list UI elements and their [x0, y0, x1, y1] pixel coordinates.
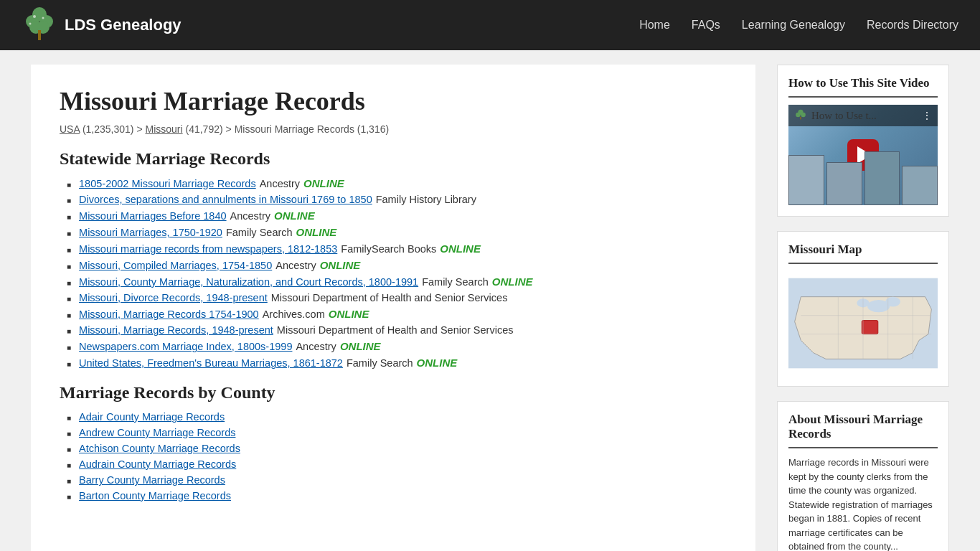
- statewide-record-link[interactable]: 1805-2002 Missouri Marriage Records: [79, 178, 256, 189]
- breadcrumb-usa[interactable]: USA: [60, 123, 80, 135]
- logo-text: LDS Genealogy: [65, 16, 182, 34]
- breadcrumb-missouri-count: (41,792): [186, 123, 223, 135]
- statewide-record-link[interactable]: Divorces, separations and annulments in …: [79, 194, 372, 205]
- statewide-record-source: Family Search: [347, 357, 413, 369]
- svg-point-16: [885, 297, 900, 307]
- county-record-link[interactable]: Atchison County Marriage Records: [79, 443, 240, 454]
- statewide-record-link[interactable]: Missouri Marriages, 1750-1920: [79, 227, 222, 238]
- statewide-record-item: Missouri, County Marriage, Naturalizatio…: [67, 276, 727, 288]
- breadcrumb-usa-count: (1,235,301): [83, 123, 134, 135]
- county-record-link[interactable]: Audrain County Marriage Records: [79, 458, 236, 470]
- county-record-link[interactable]: Barton County Marriage Records: [79, 490, 231, 501]
- statewide-record-item: Missouri, Marriage Records 1754-1900 Arc…: [67, 308, 727, 320]
- county-record-item: Adair County Marriage Records: [67, 411, 727, 423]
- missouri-map-title: Missouri Map: [788, 242, 938, 264]
- svg-rect-12: [800, 117, 801, 120]
- statewide-record-item: 1805-2002 Missouri Marriage Records Ance…: [67, 177, 727, 189]
- breadcrumb-current: Missouri Marriage Records (1,316): [235, 123, 390, 135]
- nav-faqs[interactable]: FAQs: [692, 19, 720, 32]
- online-badge: ONLINE: [417, 357, 458, 369]
- statewide-record-source: Ancestry: [275, 260, 316, 271]
- online-badge: ONLINE: [303, 177, 344, 189]
- county-record-link[interactable]: Andrew County Marriage Records: [79, 427, 235, 438]
- online-badge: ONLINE: [274, 209, 315, 222]
- video-inner: How to Use t... ⋮: [788, 105, 938, 205]
- county-record-list: Adair County Marriage RecordsAndrew Coun…: [67, 411, 727, 501]
- county-record-item: Andrew County Marriage Records: [67, 427, 727, 438]
- statewide-record-link[interactable]: Missouri, Marriage Records 1754-1900: [79, 309, 259, 320]
- statewide-record-link[interactable]: Missouri, Divorce Records, 1948-present: [79, 292, 268, 303]
- statewide-record-item: Newspapers.com Marriage Index, 1800s-199…: [67, 340, 727, 352]
- svg-point-10: [796, 113, 800, 117]
- county-heading: Marriage Records by County: [60, 383, 727, 402]
- statewide-record-source: Family History Library: [376, 194, 476, 205]
- about-section: About Missouri Marriage Records Marriage…: [777, 401, 949, 551]
- statewide-record-source: Archives.com: [263, 309, 325, 320]
- site-header: LDS Genealogy Home FAQs Learning Genealo…: [0, 0, 980, 50]
- statewide-heading: Statewide Marriage Records: [60, 149, 727, 169]
- statewide-record-link[interactable]: Missouri marriage records from newspaper…: [79, 243, 337, 255]
- county-record-link[interactable]: Adair County Marriage Records: [79, 411, 225, 423]
- statewide-record-item: Missouri Marriages, 1750-1920 Family Sea…: [67, 226, 727, 238]
- statewide-record-link[interactable]: Newspapers.com Marriage Index, 1800s-199…: [79, 341, 292, 352]
- breadcrumb: USA (1,235,301) > Missouri (41,792) > Mi…: [60, 123, 727, 135]
- page-title: Missouri Marriage Records: [60, 86, 727, 116]
- statewide-record-source: Ancestry: [260, 178, 300, 189]
- video-bg-people: [788, 148, 938, 205]
- county-record-item: Barton County Marriage Records: [67, 490, 727, 501]
- how-to-use-title: How to Use This Site Video: [788, 76, 938, 98]
- missouri-map[interactable]: [788, 271, 938, 375]
- statewide-record-item: Missouri Marriages Before 1840 Ancestry …: [67, 209, 727, 222]
- us-map-svg: [788, 271, 938, 375]
- logo-area[interactable]: LDS Genealogy: [22, 7, 639, 43]
- main-nav: Home FAQs Learning Genealogy Records Dir…: [639, 19, 958, 32]
- missouri-map-section: Missouri Map: [777, 231, 949, 387]
- online-badge: ONLINE: [340, 340, 381, 352]
- county-record-item: Barry County Marriage Records: [67, 474, 727, 486]
- about-text: Marriage records in Missouri were kept b…: [788, 456, 938, 551]
- nav-home[interactable]: Home: [639, 19, 670, 32]
- county-record-item: Atchison County Marriage Records: [67, 443, 727, 454]
- main-content: Missouri Marriage Records USA (1,235,301…: [31, 65, 755, 551]
- statewide-record-link[interactable]: Missouri, County Marriage, Naturalizatio…: [79, 276, 418, 288]
- statewide-record-list: 1805-2002 Missouri Marriage Records Ance…: [67, 177, 727, 369]
- statewide-record-item: Divorces, separations and annulments in …: [67, 194, 727, 205]
- svg-point-6: [33, 15, 36, 18]
- statewide-record-item: Missouri, Divorce Records, 1948-present …: [67, 292, 727, 303]
- statewide-record-source: Family Search: [226, 227, 293, 238]
- statewide-record-source: Family Search: [422, 276, 489, 288]
- video-thumbnail[interactable]: How to Use t... ⋮: [788, 105, 938, 205]
- statewide-record-item: Missouri, Marriage Records, 1948-present…: [67, 324, 727, 336]
- svg-rect-5: [38, 30, 41, 40]
- logo-tree-icon: [22, 7, 57, 43]
- content-wrapper: Missouri Marriage Records USA (1,235,301…: [17, 50, 963, 551]
- statewide-record-item: Missouri, Compiled Marriages, 1754-1850 …: [67, 259, 727, 271]
- breadcrumb-missouri[interactable]: Missouri: [145, 123, 182, 135]
- video-options-icon: ⋮: [922, 110, 932, 122]
- svg-rect-18: [862, 321, 878, 334]
- county-record-link[interactable]: Barry County Marriage Records: [79, 474, 225, 486]
- online-badge: ONLINE: [492, 276, 533, 288]
- statewide-record-source: Missouri Department of Health and Senior…: [271, 292, 508, 303]
- statewide-record-link[interactable]: Missouri, Marriage Records, 1948-present: [79, 324, 273, 336]
- nav-records-directory[interactable]: Records Directory: [867, 19, 958, 32]
- statewide-record-source: Missouri Department of Health and Senior…: [277, 324, 514, 336]
- statewide-record-link[interactable]: Missouri Marriages Before 1840: [79, 210, 227, 222]
- sidebar: How to Use This Site Video: [777, 65, 949, 551]
- video-overlay-bar: How to Use t... ⋮: [788, 105, 938, 126]
- statewide-record-item: United States, Freedmen's Bureau Marriag…: [67, 357, 727, 369]
- county-record-item: Audrain County Marriage Records: [67, 458, 727, 470]
- nav-learning-genealogy[interactable]: Learning Genealogy: [742, 19, 845, 32]
- about-title: About Missouri Marriage Records: [788, 413, 938, 448]
- statewide-record-source: Ancestry: [296, 341, 336, 352]
- online-badge: ONLINE: [320, 259, 361, 271]
- video-title-label: How to Use t...: [811, 110, 877, 122]
- statewide-record-link[interactable]: Missouri, Compiled Marriages, 1754-1850: [79, 260, 272, 271]
- svg-point-11: [801, 113, 805, 117]
- online-badge: ONLINE: [329, 308, 369, 320]
- online-badge: ONLINE: [440, 242, 481, 255]
- online-badge: ONLINE: [296, 226, 337, 238]
- svg-point-8: [29, 23, 32, 25]
- statewide-record-link[interactable]: United States, Freedmen's Bureau Marriag…: [79, 357, 343, 369]
- statewide-record-item: Missouri marriage records from newspaper…: [67, 242, 727, 255]
